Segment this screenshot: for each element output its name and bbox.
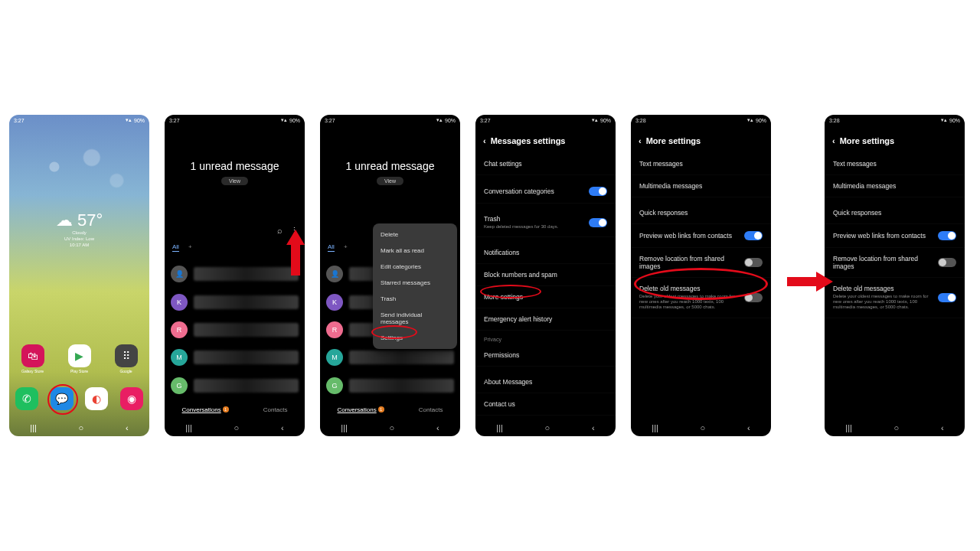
app-camera[interactable]: ◉ — [120, 387, 143, 410]
signal-icon: ▾▴ — [436, 117, 443, 123]
nav-back[interactable]: ‹ — [747, 423, 750, 432]
back-icon[interactable]: ‹ — [832, 136, 835, 145]
row-chat-settings[interactable]: Chat settings — [475, 153, 616, 175]
row-emergency-alerts[interactable]: Emergency alert history — [475, 308, 616, 331]
redacted-text — [194, 267, 299, 281]
row-notifications[interactable]: Notifications — [475, 242, 616, 264]
list-item[interactable]: 👤 — [165, 260, 305, 288]
tab-contacts[interactable]: Contacts — [419, 406, 443, 413]
nav-back[interactable]: ‹ — [126, 423, 129, 432]
avatar: G — [171, 377, 188, 394]
nav-recents[interactable]: ||| — [185, 423, 192, 432]
panel-messages-list: 3:27 ▾▴90% 1 unread message View ⌕ ⋮ All… — [165, 115, 305, 436]
status-time: 3:27 — [169, 118, 180, 123]
status-time: 3:28 — [635, 118, 646, 123]
list-item[interactable]: G — [320, 372, 460, 399]
avatar: K — [171, 294, 188, 311]
view-button[interactable]: View — [377, 177, 403, 185]
nav-home[interactable]: ○ — [701, 423, 706, 432]
list-item[interactable]: K — [165, 288, 305, 315]
nav-back[interactable]: ‹ — [941, 423, 944, 432]
row-quick-responses[interactable]: Quick responses — [631, 202, 771, 224]
panel-messages-menu: 3:27 ▾▴90% 1 unread message View All + 👤… — [320, 115, 460, 436]
system-nav: ||| ○ ‹ — [631, 419, 771, 436]
row-remove-location[interactable]: Remove location from shared images — [825, 248, 965, 278]
row-contact-us[interactable]: Contact us — [475, 393, 616, 416]
tab-all[interactable]: All — [172, 243, 179, 252]
nav-recents[interactable]: ||| — [652, 423, 658, 432]
row-multimedia-messages[interactable]: Multimedia messages — [825, 175, 965, 197]
menu-delete[interactable]: Delete — [373, 227, 457, 243]
row-preview-links[interactable]: Preview web links from contacts — [825, 224, 965, 248]
status-bar: 3:27 ▾▴90% — [165, 115, 305, 126]
search-icon[interactable]: ⌕ — [277, 226, 283, 236]
system-nav: ||| ○ ‹ — [320, 419, 460, 436]
nav-back[interactable]: ‹ — [592, 423, 595, 432]
tab-all[interactable]: All — [328, 243, 335, 252]
menu-trash[interactable]: Trash — [373, 291, 457, 307]
row-delete-old-messages[interactable]: Delete old messagesDelete your oldest me… — [825, 278, 965, 318]
dock-row: ✆ 💬 ◐ ◉ — [9, 387, 149, 410]
app-google-folder[interactable]: ⠿ — [115, 344, 138, 367]
weather-widget[interactable]: ☁ 57° Cloudy UV Index: Low 10:17 AM — [9, 210, 149, 248]
nav-home[interactable]: ○ — [545, 423, 550, 432]
avatar: M — [326, 349, 343, 366]
nav-recents[interactable]: ||| — [341, 423, 348, 432]
back-icon[interactable]: ‹ — [639, 136, 642, 145]
app-galaxy-store[interactable]: 🛍 — [21, 344, 44, 367]
menu-mark-read[interactable]: Mark all as read — [373, 243, 457, 259]
status-time: 3:27 — [325, 118, 335, 123]
tab-add[interactable]: + — [188, 243, 192, 252]
wallpaper-swirl — [17, 130, 142, 222]
signal-icon: ▾▴ — [747, 117, 753, 123]
row-permissions[interactable]: Permissions — [475, 344, 616, 367]
toggle-categories[interactable] — [589, 187, 607, 196]
annotation-oval-delete-old — [634, 268, 768, 300]
menu-starred[interactable]: Starred messages — [373, 275, 457, 291]
tab-contacts[interactable]: Contacts — [263, 406, 288, 413]
conversation-list: 👤 K R M G — [165, 260, 305, 399]
view-button[interactable]: View — [221, 177, 248, 185]
nav-recents[interactable]: ||| — [30, 423, 37, 432]
app-chrome[interactable]: ◐ — [85, 387, 108, 410]
app-play-store[interactable]: ▶ — [68, 344, 91, 367]
list-item[interactable]: M — [165, 344, 305, 371]
back-icon[interactable]: ‹ — [483, 136, 486, 145]
row-trash[interactable]: TrashKeep deleted messages for 30 days. — [475, 208, 616, 237]
row-about[interactable]: About Messages — [475, 371, 616, 393]
avatar: 👤 — [171, 266, 188, 282]
toggle-preview-links[interactable] — [744, 231, 763, 240]
tab-add[interactable]: + — [344, 243, 348, 252]
list-item[interactable]: R — [165, 316, 305, 344]
status-time: 3:28 — [829, 118, 840, 123]
nav-home[interactable]: ○ — [79, 423, 84, 432]
toggle-remove-location[interactable] — [938, 258, 956, 267]
toggle-preview-links[interactable] — [938, 231, 956, 240]
tab-conversations[interactable]: Conversations1 — [338, 406, 384, 413]
nav-recents[interactable]: ||| — [845, 423, 852, 432]
row-conversation-categories[interactable]: Conversation categories — [475, 180, 616, 204]
row-preview-links[interactable]: Preview web links from contacts — [631, 224, 771, 248]
nav-home[interactable]: ○ — [234, 423, 240, 432]
toggle-trash[interactable] — [589, 218, 607, 227]
row-quick-responses[interactable]: Quick responses — [825, 202, 965, 224]
signal-icon: ▾▴ — [941, 117, 947, 123]
app-phone[interactable]: ✆ — [15, 387, 38, 410]
weather-uv: UV Index: Low — [9, 236, 149, 243]
nav-recents[interactable]: ||| — [496, 423, 503, 432]
battery-text: 90% — [134, 118, 145, 123]
toggle-delete-old[interactable] — [938, 293, 956, 302]
avatar: R — [171, 321, 188, 338]
row-block-spam[interactable]: Block numbers and spam — [475, 264, 616, 286]
row-text-messages[interactable]: Text messages — [631, 153, 771, 175]
row-multimedia-messages[interactable]: Multimedia messages — [631, 175, 771, 197]
list-item[interactable]: G — [165, 372, 305, 399]
row-text-messages[interactable]: Text messages — [825, 153, 965, 175]
nav-home[interactable]: ○ — [390, 423, 395, 432]
nav-back[interactable]: ‹ — [436, 423, 439, 432]
nav-home[interactable]: ○ — [894, 423, 900, 432]
nav-back[interactable]: ‹ — [281, 423, 284, 432]
menu-edit-categories[interactable]: Edit categories — [373, 259, 457, 275]
toggle-remove-location[interactable] — [744, 258, 763, 267]
tab-conversations[interactable]: Conversations1 — [182, 406, 229, 413]
